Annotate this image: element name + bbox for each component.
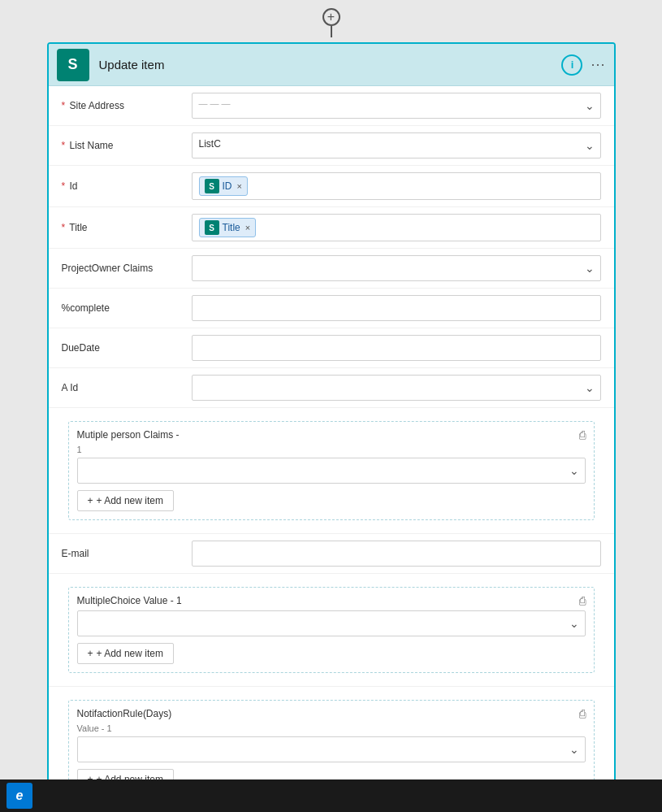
site-address-control: — — — ⌄: [192, 93, 601, 119]
update-item-card: S Update item i ··· * Site Address — — —…: [47, 42, 616, 812]
title-token-label: Title: [223, 222, 240, 233]
list-name-row: * List Name ListC ⌄: [49, 126, 614, 166]
copy-icon-multiple-choice[interactable]: ⎙: [579, 594, 586, 607]
project-owner-input[interactable]: [192, 255, 601, 281]
a-id-label: A Id: [62, 382, 192, 393]
a-id-row: A Id ⌄: [49, 368, 614, 408]
multiple-person-input[interactable]: [77, 458, 586, 484]
title-control: S Title ×: [192, 214, 601, 241]
id-token-icon: S: [205, 179, 219, 193]
project-owner-dropdown[interactable]: ⌄: [192, 255, 601, 281]
add-new-item-label-1: + Add new item: [97, 495, 163, 506]
add-step-button[interactable]: +: [322, 8, 340, 37]
id-token-input[interactable]: S ID ×: [192, 172, 601, 200]
arrow-down: [331, 26, 332, 37]
a-id-input[interactable]: [192, 375, 601, 401]
due-date-label: DueDate: [62, 342, 192, 354]
add-step-circle[interactable]: +: [322, 8, 340, 26]
title-token-icon: S: [205, 220, 219, 235]
multiple-person-dropdown[interactable]: ⌄: [77, 458, 586, 484]
site-address-label: * Site Address: [62, 100, 192, 111]
title-token: S Title ×: [199, 218, 257, 237]
multiple-choice-header: MultipleChoice Value - 1 ⎙: [77, 594, 586, 607]
email-label: E-mail: [62, 548, 192, 559]
header-actions: i ···: [561, 54, 605, 76]
multiple-choice-label: MultipleChoice Value - 1: [77, 595, 182, 606]
id-token: S ID ×: [199, 176, 248, 196]
multiple-choice-dropdown[interactable]: ⌄: [77, 610, 586, 636]
multiple-choice-add-btn[interactable]: + + Add new item: [77, 643, 174, 664]
project-owner-row: ProjectOwner Claims ⌄: [49, 249, 614, 289]
site-address-dropdown[interactable]: — — — ⌄: [192, 93, 601, 119]
multiple-person-header: Mutiple person Claims - ⎙: [77, 428, 586, 441]
id-token-close[interactable]: ×: [237, 181, 242, 191]
add-new-item-label-2: + Add new item: [97, 648, 163, 659]
due-date-input[interactable]: [192, 335, 601, 361]
card-header: S Update item i ···: [49, 44, 614, 86]
email-control: [192, 541, 601, 567]
id-token-label: ID: [223, 180, 232, 192]
list-name-value[interactable]: ListC: [192, 132, 601, 158]
notification-rule-dropdown[interactable]: ⌄: [77, 736, 586, 762]
edge-browser-icon[interactable]: e: [6, 783, 32, 809]
multiple-person-label: Mutiple person Claims -: [77, 429, 180, 441]
notification-rule-input[interactable]: [77, 736, 586, 762]
project-owner-control: ⌄: [192, 255, 601, 281]
percent-complete-control: [192, 295, 601, 321]
due-date-control: [192, 335, 601, 361]
list-name-label: * List Name: [62, 140, 192, 151]
copy-icon-notification-rule[interactable]: ⎙: [579, 707, 586, 720]
title-token-close[interactable]: ×: [245, 223, 250, 232]
header-sharepoint-icon: S: [57, 49, 89, 81]
card-body: * Site Address — — — ⌄ * List Name ListC…: [49, 86, 614, 812]
multiple-choice-box: MultipleChoice Value - 1 ⎙ ⌄ + + Add new…: [68, 587, 595, 673]
notification-rule-sublabel: Value - 1: [77, 723, 586, 733]
notification-rule-label: NotifactionRule(Days): [77, 708, 172, 719]
project-owner-label: ProjectOwner Claims: [62, 263, 192, 274]
id-row: * Id S ID ×: [49, 166, 614, 207]
multiple-person-section: Mutiple person Claims - ⎙ 1 ⌄ + + Add ne…: [49, 408, 614, 534]
multiple-person-sublabel: 1: [77, 445, 586, 454]
list-name-control: ListC ⌄: [192, 132, 601, 158]
taskbar: e: [0, 779, 662, 812]
id-control: S ID ×: [192, 172, 601, 200]
email-row: E-mail: [49, 534, 614, 574]
list-name-dropdown[interactable]: ListC ⌄: [192, 132, 601, 158]
email-input[interactable]: [192, 541, 601, 567]
plus-icon-multiple-choice: +: [88, 648, 93, 659]
info-button[interactable]: i: [561, 54, 582, 76]
due-date-row: DueDate: [49, 328, 614, 368]
percent-complete-input[interactable]: [192, 295, 601, 321]
multiple-choice-section: MultipleChoice Value - 1 ⎙ ⌄ + + Add new…: [49, 574, 614, 687]
title-row: * Title S Title ×: [49, 207, 614, 249]
more-options-button[interactable]: ···: [591, 56, 605, 73]
id-label: * Id: [62, 180, 192, 192]
notification-rule-header: NotifactionRule(Days) ⎙: [77, 707, 586, 720]
multiple-choice-input[interactable]: [77, 610, 586, 636]
title-token-input[interactable]: S Title ×: [192, 214, 601, 241]
site-address-input[interactable]: — — —: [192, 93, 601, 119]
site-address-row: * Site Address — — — ⌄: [49, 86, 614, 126]
title-label: * Title: [62, 222, 192, 233]
card-title: Update item: [99, 58, 562, 72]
plus-icon-multiple-person: +: [88, 495, 93, 506]
multiple-person-claims-box: Mutiple person Claims - ⎙ 1 ⌄ + + Add ne…: [68, 421, 595, 520]
multiple-person-add-btn[interactable]: + + Add new item: [77, 490, 174, 511]
a-id-control: ⌄: [192, 375, 601, 401]
percent-complete-label: %complete: [62, 302, 192, 314]
copy-icon-multiple-person[interactable]: ⎙: [579, 428, 586, 441]
percent-complete-row: %complete: [49, 289, 614, 328]
a-id-dropdown[interactable]: ⌄: [192, 375, 601, 401]
